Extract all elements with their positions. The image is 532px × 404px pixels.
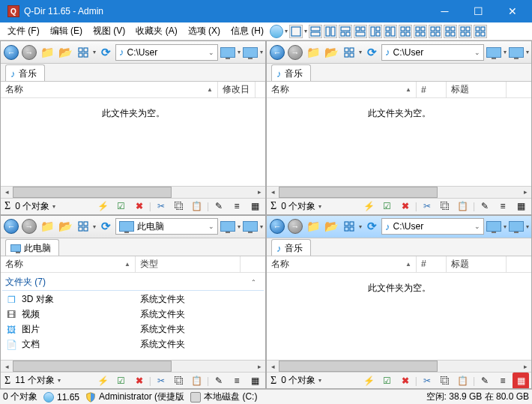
properties-button[interactable]: ✎ (477, 198, 493, 214)
tab[interactable]: ♪音乐 (271, 64, 311, 81)
delete-button[interactable]: ✖ (397, 373, 414, 389)
grid-icon[interactable]: ▦ (513, 198, 529, 214)
explorer-button[interactable]: 📁 (39, 218, 55, 235)
column-header[interactable]: 名称▲ (267, 256, 417, 272)
back-button[interactable]: ← (269, 44, 285, 61)
bolt-icon[interactable]: ⚡ (95, 198, 112, 214)
bolt-icon[interactable]: ⚡ (361, 373, 378, 389)
refresh-button[interactable]: ⟳ (363, 44, 380, 61)
monitor-button-2[interactable] (508, 218, 525, 235)
bolt-icon[interactable]: ⚡ (95, 373, 112, 389)
list-item[interactable]: 📄 文档 系统文件夹 (1, 337, 265, 352)
forward-button[interactable]: → (287, 218, 303, 235)
checks-icon[interactable]: ☑ (379, 198, 396, 214)
forward-button[interactable]: → (287, 44, 303, 61)
cut-button[interactable]: ✂ (419, 198, 435, 214)
dropdown-icon[interactable]: ▾ (93, 223, 96, 230)
dropdown-icon[interactable]: ▾ (504, 49, 507, 55)
back-button[interactable]: ← (269, 218, 285, 235)
copy-button[interactable]: ⿻ (171, 198, 187, 214)
dropdown-icon[interactable]: ▾ (238, 49, 241, 55)
properties-button[interactable]: ✎ (211, 198, 227, 214)
paste-button[interactable]: 📋 (455, 198, 471, 214)
globe-icon[interactable] (270, 25, 283, 38)
sigma-icon[interactable]: Σ (3, 375, 12, 387)
layout-3a-icon[interactable] (339, 25, 352, 38)
grid-icon[interactable]: ▦ (247, 198, 263, 214)
new-folder-button[interactable]: 📂 (57, 44, 73, 61)
list-item[interactable]: ❒ 3D 对象 系统文件夹 (1, 292, 265, 307)
properties-button[interactable]: ✎ (211, 373, 227, 389)
bolt-icon[interactable]: ⚡ (361, 198, 378, 214)
close-button[interactable]: ✕ (495, 0, 529, 22)
cut-button[interactable]: ✂ (153, 373, 169, 389)
layout-4-icon[interactable] (399, 25, 412, 38)
column-header[interactable]: 修改日 (218, 82, 256, 97)
grid-icon[interactable]: ▦ (247, 373, 263, 389)
chevron-down-icon[interactable]: ⌄ (474, 49, 480, 56)
grid-icon[interactable]: ▦ (513, 373, 529, 389)
column-header[interactable]: 名称▲ (1, 256, 136, 272)
checks-icon[interactable]: ☑ (113, 373, 130, 389)
dropdown-icon[interactable]: ▾ (359, 223, 362, 230)
dropdown-icon[interactable]: ▾ (58, 377, 61, 384)
dropdown-icon[interactable]: ▾ (359, 49, 362, 55)
copy-button[interactable]: ⿻ (437, 373, 453, 389)
delete-button[interactable]: ✖ (131, 198, 148, 214)
monitor-button[interactable] (486, 218, 502, 235)
file-list[interactable]: 此文件夹为空。 (267, 98, 531, 186)
h-scrollbar[interactable]: ◂▸ (1, 186, 265, 198)
monitor-button[interactable] (220, 44, 236, 61)
maximize-button[interactable]: ☐ (462, 0, 495, 22)
monitor-button[interactable] (486, 44, 502, 61)
monitor-button[interactable] (220, 218, 236, 235)
menu-info[interactable]: 信息 (H) (226, 23, 268, 39)
dropdown-icon[interactable]: ▾ (318, 203, 321, 210)
sigma-icon[interactable]: Σ (3, 200, 12, 212)
copy-button[interactable]: ⿻ (437, 198, 453, 214)
back-button[interactable]: ← (3, 218, 19, 235)
menu-button[interactable]: ≡ (229, 198, 245, 214)
h-scrollbar[interactable]: ◂▸ (267, 186, 531, 198)
list-item[interactable]: 🎞 视频 系统文件夹 (1, 307, 265, 322)
paste-button[interactable]: 📋 (455, 373, 471, 389)
menu-favorites[interactable]: 收藏夹 (A) (131, 23, 181, 39)
file-list[interactable]: 此文件夹为空。 (1, 98, 265, 186)
view-layout-button[interactable] (341, 44, 357, 61)
dropdown-icon[interactable]: ▾ (304, 28, 307, 34)
cut-button[interactable]: ✂ (419, 373, 435, 389)
new-folder-button[interactable]: 📂 (323, 44, 339, 61)
dropdown-icon[interactable]: ▾ (260, 223, 263, 230)
minimize-button[interactable]: ─ (428, 0, 462, 22)
layout-3d-icon[interactable] (384, 25, 397, 38)
refresh-button[interactable]: ⟳ (97, 44, 114, 61)
view-layout-button[interactable] (341, 218, 357, 235)
address-bar[interactable]: 此电脑 ⌄ (115, 218, 218, 235)
view-layout-button[interactable] (75, 44, 91, 61)
layout-4f-icon[interactable] (474, 25, 487, 38)
column-header[interactable]: 名称▲ (1, 82, 218, 97)
menu-button[interactable]: ≡ (495, 373, 511, 389)
layout-2h-icon[interactable] (309, 25, 322, 38)
menu-edit[interactable]: 编辑 (E) (46, 23, 87, 39)
layout-4c-icon[interactable] (429, 25, 442, 38)
address-bar[interactable]: ♪ C:\User ⌄ (381, 218, 484, 235)
layout-4b-icon[interactable] (414, 25, 427, 38)
dropdown-icon[interactable]: ▾ (318, 377, 321, 384)
forward-button[interactable]: → (21, 218, 37, 235)
column-header[interactable]: 标题 (447, 82, 507, 97)
list-item[interactable]: 🖼 图片 系统文件夹 (1, 322, 265, 337)
chevron-down-icon[interactable]: ⌄ (474, 223, 480, 230)
forward-button[interactable]: → (21, 44, 37, 61)
back-button[interactable]: ← (3, 44, 19, 61)
explorer-button[interactable]: 📁 (305, 218, 321, 235)
menu-options[interactable]: 选项 (X) (184, 23, 225, 39)
tab[interactable]: 此电脑 (5, 239, 59, 256)
dropdown-icon[interactable]: ▾ (260, 49, 263, 55)
tab[interactable]: ♪音乐 (5, 64, 45, 81)
column-header[interactable]: 标题 (447, 256, 507, 272)
h-scrollbar[interactable]: ◂▸ (1, 360, 265, 372)
properties-button[interactable]: ✎ (477, 373, 493, 389)
column-header[interactable]: # (417, 256, 447, 272)
cut-button[interactable]: ✂ (153, 198, 169, 214)
